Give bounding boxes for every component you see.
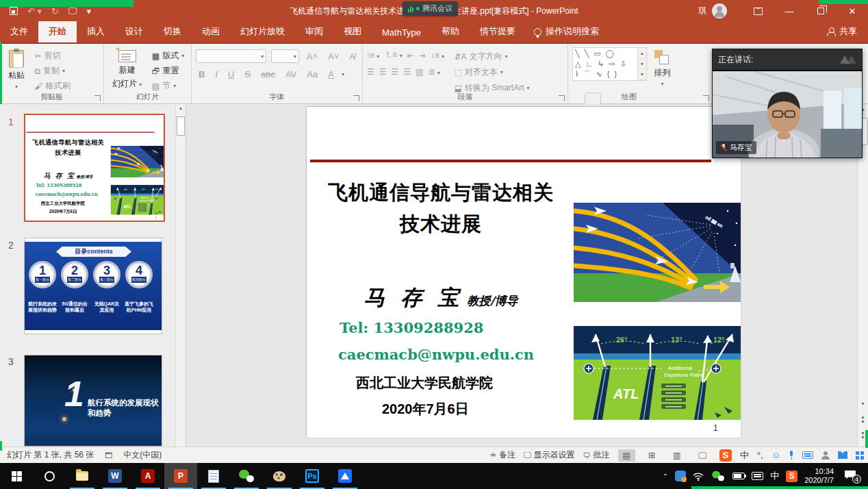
language-indicator[interactable]: 中文(中国) — [123, 449, 162, 461]
grow-font-button[interactable]: A˄ — [304, 51, 320, 62]
change-case-button[interactable]: Aa — [304, 68, 320, 80]
copy-button[interactable]: ⧉复制 ▾ — [34, 65, 70, 77]
tray-ime-indicator[interactable]: 中 — [770, 470, 779, 482]
taskbar-wechat[interactable] — [230, 463, 263, 489]
previous-slide-button[interactable]: ▲▲ — [858, 414, 868, 425]
tray-qq-icon[interactable] — [675, 471, 686, 481]
thumbnail-scroll-up-icon[interactable]: ▲ — [176, 105, 186, 115]
tray-wechat-icon[interactable] — [712, 471, 724, 481]
ime-account-icon[interactable] — [821, 451, 830, 460]
scroll-down-icon[interactable]: ▼ — [858, 399, 868, 410]
taskbar-file-explorer[interactable] — [66, 463, 99, 489]
reading-view-button[interactable]: ▥ — [668, 449, 685, 462]
shrink-font-button[interactable]: A˅ — [325, 51, 342, 62]
shapes-row-3[interactable]: ⌇ ⌒ ∿ { } — [575, 69, 635, 79]
meeting-overlay-header[interactable]: 正在讲话: — [713, 49, 862, 70]
taskbar-tencent-meeting[interactable] — [329, 463, 361, 489]
align-text-button[interactable]: ⬚对齐文本 ▾ — [454, 66, 529, 78]
atl-departure-paths-image[interactable]: 26° 13° 12° Additional Departure Paths A… — [110, 185, 164, 215]
slide-organization[interactable]: 西北工业大学民航学院 — [41, 200, 85, 206]
tab-help[interactable]: 帮助 — [431, 21, 470, 42]
tab-slideshow[interactable]: 幻灯片放映 — [230, 21, 295, 42]
slide-title-line2[interactable]: 技术进展 — [25, 148, 111, 157]
normal-view-button[interactable]: ▤ — [618, 449, 635, 462]
clear-formatting-button[interactable]: A̸ — [346, 51, 358, 62]
tab-animations[interactable]: 动画 — [192, 21, 230, 42]
slideshow-view-button[interactable]: 🖵 — [693, 449, 711, 462]
airport-paths-image[interactable] — [574, 203, 741, 302]
arrange-button[interactable]: 排列 ▾ — [650, 47, 674, 90]
thumbnail-2[interactable]: 目录contents 1第一部分 2第二部分 3第三部分 4第四部分 航行系统的… — [24, 238, 162, 334]
ime-toolbox-icon[interactable] — [856, 451, 864, 460]
slide-sorter-view-button[interactable]: ⊞ — [643, 449, 660, 462]
ime-mode-toggle[interactable]: 中 — [740, 449, 749, 462]
shadow-button[interactable]: S — [242, 68, 253, 80]
numbering-button[interactable]: ⒈≡ ▾ — [384, 49, 402, 61]
align-right-button[interactable]: ☰ — [392, 67, 399, 77]
minimize-button[interactable]: — — [774, 0, 805, 22]
font-dialog-launcher[interactable] — [353, 95, 359, 101]
start-button[interactable] — [0, 463, 33, 489]
tray-battery-icon[interactable] — [732, 473, 745, 479]
ime-punctuation-toggle[interactable]: °, — [757, 450, 763, 460]
slide-tel[interactable]: Tel: 13309288928 — [36, 183, 81, 188]
increase-indent-button[interactable]: ⇥ — [419, 51, 426, 60]
paragraph-dialog-launcher[interactable] — [559, 95, 565, 101]
layout-button[interactable]: ▦版式 ▾ — [152, 50, 184, 62]
slide-author[interactable]: 马 存 宝教授/博导 — [25, 171, 111, 180]
slide-email[interactable]: caecmacb@nwpu.edu.cn — [338, 346, 534, 363]
font-size-select[interactable]: ▾ — [271, 49, 298, 63]
slide-title-line2[interactable]: 技术进展 — [307, 211, 575, 238]
shapes-row-2[interactable]: △ ∟ ↳ ⇨ ⇩ — [575, 59, 635, 69]
slide-title-line1[interactable]: 飞机通信导航与雷达相关 — [307, 179, 575, 207]
shapes-gallery[interactable]: ╲ ╲ ▭ ◯ △ ∟ ↳ ⇨ ⇩ ⌇ ⌒ ∿ { } — [572, 47, 638, 81]
slide-email[interactable]: caecmacb@nwpu.edu.cn — [36, 191, 98, 197]
tab-insert[interactable]: 插入 — [77, 21, 115, 42]
tray-sogou-icon[interactable]: S — [786, 471, 797, 482]
sogou-ime-icon[interactable]: S — [719, 449, 732, 462]
bold-button[interactable]: B — [196, 68, 207, 80]
shapes-more-icon[interactable]: ▼ — [638, 69, 646, 80]
ime-voice-icon[interactable] — [789, 451, 794, 460]
distribute-button[interactable]: ≣ ▾ — [428, 67, 439, 77]
thumbnail-1-selected[interactable]: 飞机通信导航与雷达相关 技术进展 马 存 宝教授/博导 Tel: 1330928… — [24, 114, 165, 222]
shapes-scroll-up-icon[interactable]: ▲ — [638, 48, 646, 59]
bullets-button[interactable]: ⁝≡ ▾ — [367, 51, 379, 60]
tab-review[interactable]: 审阅 — [295, 21, 333, 42]
slide-counter[interactable]: 幻灯片 第 1 张, 共 56 张 — [7, 449, 94, 461]
underline-button[interactable]: U — [225, 68, 237, 80]
tray-expand-icon[interactable]: ⌃ — [663, 473, 668, 480]
airport-paths-image[interactable] — [110, 146, 164, 177]
share-button[interactable]: 共享 — [816, 21, 868, 42]
slide-date[interactable]: 2020年7月6日 — [49, 209, 77, 215]
taskbar-acrobat[interactable]: A — [131, 463, 164, 489]
thumbnail-3[interactable]: 1 航行系统的发展现状和趋势 — [24, 355, 162, 447]
taskbar-powerpoint-active[interactable]: P — [164, 463, 197, 489]
drawing-dialog-launcher[interactable] — [703, 95, 709, 101]
font-color-button[interactable]: A — [325, 68, 337, 80]
tencent-meeting-pill[interactable]: 腾讯会议 — [403, 1, 458, 16]
font-color-dropdown-icon[interactable]: ▾ — [342, 71, 344, 77]
tab-home[interactable]: 开始 — [38, 21, 77, 42]
justify-button[interactable]: ☰ — [403, 67, 411, 77]
tell-me-search[interactable]: 操作说明搜索 — [526, 21, 607, 42]
tray-touch-keyboard-icon[interactable] — [752, 472, 763, 480]
thumbnail-scrollbar[interactable]: ▲ — [175, 104, 186, 447]
taskbar-notepad[interactable] — [197, 463, 230, 489]
comments-toggle[interactable]: 🗨批注 — [583, 449, 610, 461]
cut-button[interactable]: ✂剪切 — [34, 50, 70, 62]
notes-toggle[interactable]: ≐备注 — [490, 449, 515, 461]
columns-button[interactable]: ▥ — [416, 67, 423, 77]
meeting-video[interactable]: 马存宝 — [713, 70, 862, 158]
text-direction-button[interactable]: ⇵A文字方向 ▾ — [454, 51, 529, 62]
align-center-button[interactable]: ☰ — [379, 67, 387, 77]
taskbar-paint[interactable] — [263, 463, 296, 489]
tab-transitions[interactable]: 切换 — [153, 21, 192, 42]
slide-date[interactable]: 2020年7月6日 — [382, 400, 469, 418]
new-slide-button[interactable]: 新建 幻灯片 ▾ — [108, 47, 146, 92]
strikethrough-button[interactable]: abc — [258, 68, 278, 80]
character-spacing-button[interactable]: AV — [283, 68, 299, 80]
paste-button[interactable]: 粘贴 ▾ — [4, 47, 29, 92]
ime-keyboard-icon[interactable] — [802, 451, 813, 459]
reset-button[interactable]: 🗗重置 — [152, 65, 184, 77]
